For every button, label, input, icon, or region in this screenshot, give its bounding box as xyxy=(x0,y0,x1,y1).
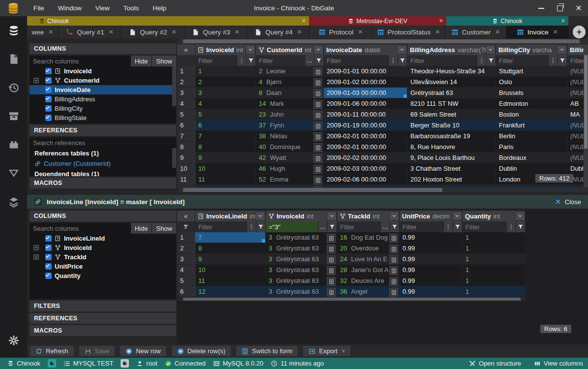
nav-plugins[interactable] xyxy=(0,130,27,159)
nav-archive[interactable] xyxy=(0,102,27,130)
open-reference-icon[interactable] xyxy=(389,234,398,243)
nav-settings[interactable] xyxy=(0,326,27,355)
data-cell[interactable]: 2009-01-19 00:00:00 xyxy=(324,120,407,131)
connection-tab-1[interactable]: Metrostav-Evr-DEV✕ xyxy=(309,16,446,26)
data-cell[interactable]: 8 xyxy=(195,142,256,153)
column-header-invoicedate[interactable]: InvoiceDatedateti xyxy=(324,44,407,55)
column-header-billingcity[interactable]: BillingCityvarcha xyxy=(496,44,567,55)
column-header-invoicelineid[interactable]: InvoiceLineIdint xyxy=(195,211,266,221)
menubar-item-help[interactable]: Help xyxy=(147,0,172,16)
row-number[interactable]: 9 xyxy=(177,153,195,163)
open-reference-icon[interactable] xyxy=(313,89,322,98)
show-all-button[interactable]: Show xyxy=(152,56,176,66)
section-columns[interactable]: COLUMNS xyxy=(30,43,176,54)
open-reference-icon[interactable] xyxy=(313,154,322,163)
close-detail-button[interactable]: ✕Close xyxy=(555,198,581,206)
data-cell[interactable]: 2009-01-01 00:00:00 xyxy=(324,66,407,77)
filter-menu-button[interactable]: ⋮ xyxy=(443,221,453,232)
open-reference-icon[interactable] xyxy=(313,111,322,120)
filter-menu-button[interactable]: ⋮ xyxy=(506,221,516,232)
data-cell[interactable]: 1 xyxy=(463,232,526,243)
column-menu-chevron-icon[interactable] xyxy=(452,212,462,220)
data-cell[interactable]: 9 xyxy=(195,254,266,265)
fill-handle[interactable] xyxy=(403,94,407,98)
data-cell[interactable]: 3Grétrystraat 63 xyxy=(266,286,337,297)
search-columns-input[interactable]: Search columns xyxy=(30,56,130,66)
export-button[interactable]: Export˅ xyxy=(303,346,350,356)
filter-funnel-icon[interactable] xyxy=(557,55,567,66)
open-reference-icon[interactable] xyxy=(313,143,322,152)
filter-funnel-icon[interactable] xyxy=(486,55,495,66)
data-cell[interactable]: 20Overdose xyxy=(337,243,400,254)
tab-invoice[interactable]: Invoice✕ xyxy=(506,26,569,38)
tab-customer[interactable]: Customer✕ xyxy=(445,26,506,38)
data-cell[interactable]: 8Daan xyxy=(256,88,324,98)
section-macros[interactable]: MACROS xyxy=(30,178,176,188)
column-menu-chevron-icon[interactable] xyxy=(397,45,407,54)
tab-query-2[interactable]: Query #2✕ xyxy=(122,26,185,38)
nav-compare[interactable] xyxy=(0,159,27,187)
filter-menu-button[interactable]: ⋮ xyxy=(237,55,246,66)
data-cell[interactable]: Berger Straße 10 xyxy=(407,120,496,131)
open-reference-icon[interactable] xyxy=(327,277,336,286)
data-cell[interactable]: 9, Place Louis Barthou xyxy=(407,153,496,163)
data-cell[interactable]: 3Grétrystraat 63 xyxy=(266,254,337,265)
data-cell[interactable]: Ullevålsveien 14 xyxy=(407,77,496,88)
collapse-columns-button[interactable]: « xyxy=(177,211,195,221)
row-number[interactable]: 6 xyxy=(177,286,195,297)
data-cell[interactable]: Dublin xyxy=(496,163,567,174)
close-tab-icon[interactable]: ✕ xyxy=(435,29,440,35)
data-cell[interactable]: 3Grétrystraat 63 xyxy=(266,232,337,243)
row-number[interactable]: 3 xyxy=(177,254,195,265)
data-cell[interactable]: 7 xyxy=(195,232,266,243)
close-tab-icon[interactable]: ✕ xyxy=(302,18,306,24)
list-scrollbar[interactable] xyxy=(172,148,176,168)
data-cell[interactable]: Paris xyxy=(496,142,567,153)
row-number[interactable]: 1 xyxy=(177,66,195,77)
column-checkbox[interactable] xyxy=(45,273,52,279)
data-cell[interactable]: 52Emma xyxy=(256,174,324,185)
filter-funnel-icon[interactable] xyxy=(398,55,407,66)
data-cell[interactable]: Stuttgart xyxy=(496,66,567,77)
close-tab-icon[interactable]: ✕ xyxy=(172,29,177,35)
filter-funnel-icon[interactable] xyxy=(390,221,399,232)
open-reference-icon[interactable] xyxy=(313,132,322,141)
open-reference-icon[interactable] xyxy=(327,288,336,297)
data-cell[interactable]: 2Leonie xyxy=(256,66,324,77)
data-cell[interactable]: 16Dog Eat Dog xyxy=(337,232,400,243)
filter-funnel-icon[interactable] xyxy=(453,221,462,232)
filter-input-billingcity[interactable]: Filter⋮ xyxy=(496,55,567,66)
column-header-customerid[interactable]: CustomerIdint xyxy=(256,44,324,55)
delete-row-s--button[interactable]: Delete row(s) xyxy=(172,346,231,356)
data-cell[interactable]: 38Niklas xyxy=(256,131,324,142)
sidebar-column-trackid[interactable]: TrackId xyxy=(30,252,176,262)
nav-files[interactable] xyxy=(0,45,27,73)
column-menu-chevron-icon[interactable] xyxy=(486,45,495,54)
open-reference-icon[interactable] xyxy=(313,165,322,174)
data-cell[interactable]: Theodor-Heuss-Straße 34 xyxy=(407,66,496,77)
data-cell[interactable]: 2009-02-01 00:00:00 xyxy=(324,142,407,153)
data-cell[interactable]: 1 xyxy=(463,243,526,254)
column-menu-chevron-icon[interactable] xyxy=(255,212,265,220)
open-reference-icon[interactable] xyxy=(389,266,398,275)
row-number[interactable]: 4 xyxy=(177,265,195,276)
close-tab-icon[interactable]: ✕ xyxy=(235,29,240,35)
data-cell[interactable]: 0.99 xyxy=(400,265,463,276)
tab-protocol[interactable]: Protocol✕ xyxy=(309,26,372,38)
open-reference-icon[interactable] xyxy=(389,255,398,264)
filter-input-billingaddress[interactable]: Filter⋮ xyxy=(407,55,496,66)
minimize-button[interactable] xyxy=(532,0,551,16)
clear-filters-button[interactable] xyxy=(177,221,195,232)
expand-icon[interactable] xyxy=(33,78,39,83)
sidebar-column-unitprice[interactable]: UnitPrice xyxy=(30,262,176,271)
row-number[interactable]: 4 xyxy=(177,98,195,109)
close-tab-icon[interactable]: ✕ xyxy=(439,18,443,24)
filter-menu-button[interactable]: … xyxy=(305,55,314,66)
data-cell[interactable]: 2009-01-03 00:00:00 xyxy=(324,88,407,98)
sidebar-column-billingstate[interactable]: BillingState xyxy=(30,113,176,123)
menubar-item-tools[interactable]: Tools xyxy=(118,0,145,16)
open-reference-icon[interactable] xyxy=(389,288,398,297)
tab-wee[interactable]: wee✕ xyxy=(27,26,59,38)
close-tab-icon[interactable]: ✕ xyxy=(495,29,500,35)
nav-history[interactable] xyxy=(0,73,27,102)
